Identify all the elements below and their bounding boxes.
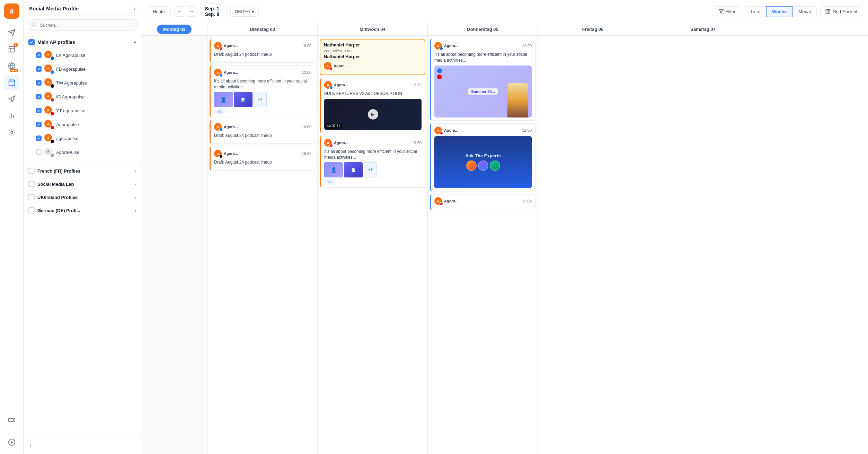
profile-avatar-ap2: A xyxy=(44,148,53,157)
profile-avatar-ig: a xyxy=(44,92,53,101)
card-profile-name: Agora... xyxy=(444,199,520,203)
view-switcher: Liste Woche Monat xyxy=(745,6,817,17)
today-button[interactable]: Heute xyxy=(147,6,171,17)
platform-badge-ap2 xyxy=(50,153,54,157)
profile-item-tiktok[interactable]: a agorapulse xyxy=(24,131,141,145)
send-icon-btn[interactable] xyxy=(4,25,19,40)
prev-week-button[interactable]: ← xyxy=(174,6,185,17)
sidebar-collapse-icon[interactable]: ‹ xyxy=(133,5,135,12)
video-icon-btn[interactable] xyxy=(4,412,19,428)
tuesday-card-3[interactable]: a Agora... 16:00 Draft: August 24 podcas… xyxy=(210,120,315,144)
day-header-friday: Freitag 06 xyxy=(578,23,608,35)
wednesday-card-assigned[interactable]: Nathaniel Harper zugewiesen an Nathaniel… xyxy=(320,39,425,75)
card-profile-name: Agora... xyxy=(334,141,410,145)
checkbox-ap1[interactable] xyxy=(36,122,42,127)
ask-experts-label: Ask The Experts xyxy=(466,153,501,158)
monday-column xyxy=(141,36,207,454)
chart-icon-btn[interactable] xyxy=(4,108,19,123)
app-logo[interactable]: a xyxy=(4,3,19,19)
profile-avatar-lk: a xyxy=(44,51,53,60)
inbox-icon-btn[interactable]: ● xyxy=(4,42,19,57)
platform-badge-li xyxy=(50,56,54,60)
view-monat-button[interactable]: Monat xyxy=(792,6,817,17)
profile-name-yt: YT agorapulse xyxy=(56,108,85,113)
checkbox-lk[interactable] xyxy=(36,52,42,58)
profile-group-social-media-lab[interactable]: Social Media Lab › xyxy=(24,177,141,191)
card-text: It's all about becoming more efficient i… xyxy=(214,78,311,90)
profile-item-ap2[interactable]: A AgoraPulse xyxy=(24,145,141,159)
card-platform-ig xyxy=(329,144,333,147)
tuesday-card-1[interactable]: a Agora... 10:00 Draft: August 24 podcas… xyxy=(210,39,315,63)
play-button[interactable]: ▶ xyxy=(368,109,378,120)
search-input[interactable] xyxy=(28,19,137,31)
globe-icon-btn[interactable]: NEW xyxy=(4,58,19,73)
wednesday-card-social[interactable]: a Agora... 13:50 It's all about becoming… xyxy=(320,136,425,188)
svg-rect-2 xyxy=(9,46,15,52)
calendar-icon-btn[interactable] xyxy=(4,75,19,90)
card-img-2: 📊 xyxy=(234,92,253,107)
assigned-to-name: Nathaniel Harper xyxy=(324,54,421,59)
thursday-card-3[interactable]: a Agora... 12:02 xyxy=(430,194,535,210)
tuesday-card-2[interactable]: a Agora... 12:00 It's all about becoming… xyxy=(210,66,315,117)
settings-icon-btn[interactable] xyxy=(4,125,19,140)
checkbox-ig[interactable] xyxy=(36,94,42,99)
view-woche-button[interactable]: Woche xyxy=(766,6,792,17)
grid-ansicht-button[interactable]: Grid-Ansicht xyxy=(820,6,862,17)
svg-point-16 xyxy=(32,23,35,26)
profile-item-tw[interactable]: a TW Agorapulse xyxy=(24,76,141,90)
checkbox-tw[interactable] xyxy=(36,80,42,86)
card-profile-name: Agora... xyxy=(224,70,300,75)
checkbox-yt[interactable] xyxy=(36,108,42,113)
tuesday-column: a Agora... 10:00 Draft: August 24 podcas… xyxy=(207,36,317,454)
profile-group-uk[interactable]: UK/Ireland Profiles › xyxy=(24,191,141,204)
profile-group-main-ap-header[interactable]: Main AP profiles ▾ xyxy=(24,36,141,48)
profile-group-german[interactable]: German (DE) Profi... › xyxy=(24,204,141,217)
checkbox-ap2[interactable] xyxy=(36,149,42,155)
checkbox-sml[interactable] xyxy=(28,181,35,187)
thursday-card-2[interactable]: a Agora... 12:00 Ask The Experts xyxy=(430,123,535,191)
card-time: 12:02 xyxy=(522,199,532,203)
day-header-saturday: Samstag 07 xyxy=(686,23,719,35)
assigned-user-name: Nathaniel Harper xyxy=(324,42,421,47)
col-header-thursday: Donnerstag 05 xyxy=(427,23,538,35)
card-profile-name: Agora... xyxy=(444,44,520,48)
profile-item-ig[interactable]: a IG Agorapulse xyxy=(24,90,141,104)
sidebar-search xyxy=(28,19,137,31)
profile-name-fb: FB Agorapulse xyxy=(56,67,86,72)
timezone-selector[interactable]: GMT+0 ▾ xyxy=(230,7,259,17)
calendar-header: Montag 02 Dienstag 03 Mittwoch 04 Donner… xyxy=(141,23,868,36)
view-liste-button[interactable]: Liste xyxy=(745,6,766,17)
checkbox-french[interactable] xyxy=(28,168,35,174)
checkbox-fb[interactable] xyxy=(36,66,42,72)
wednesday-card-bulk[interactable]: a Agora... 13:15 BULK FEATURES V2 Add DE… xyxy=(320,78,425,133)
group-name-french: French (FR) Profiles xyxy=(37,168,132,174)
tuesday-card-4[interactable]: a Agora... 16:00 Draft: August 24 podcas… xyxy=(210,147,315,171)
profile-group-french[interactable]: French (FR) Profiles › xyxy=(24,164,141,177)
profile-item-yt[interactable]: a YT agorapulse xyxy=(24,104,141,117)
svg-rect-4 xyxy=(9,80,15,86)
next-week-button[interactable]: → xyxy=(186,6,197,17)
checkbox-uk[interactable] xyxy=(28,194,35,200)
card-text: Draft: August 24 podcast lineup xyxy=(214,159,311,165)
profile-name-ap2: AgoraPulse xyxy=(56,150,79,155)
card-header: a Agora... 12:00 xyxy=(214,69,311,76)
thursday-card-1[interactable]: a Agora... 12:00 It's all about becoming… xyxy=(430,39,535,121)
add-icon-btn[interactable] xyxy=(4,435,19,450)
sidebar-title: Social-Media-Profile xyxy=(29,6,79,11)
profile-item-fb[interactable]: a FB Agorapulse xyxy=(24,62,141,76)
checkbox-german[interactable] xyxy=(28,207,35,213)
profile-item-lk[interactable]: a LK Agorapulse xyxy=(24,48,141,62)
group-chevron-main-ap: ▾ xyxy=(134,40,136,45)
card-avatar-wrap: a xyxy=(214,42,222,50)
group-checkbox-main-ap[interactable] xyxy=(28,39,35,45)
card-avatar-wrap: a xyxy=(434,126,442,134)
sidebar-add-button[interactable]: + xyxy=(24,438,141,454)
profile-item-ap1[interactable]: a Agorapulse xyxy=(24,117,141,131)
megaphone-icon-btn[interactable] xyxy=(4,91,19,107)
card-img-1: 👤 xyxy=(324,162,343,177)
profile-name-ig: IG Agorapulse xyxy=(56,94,85,99)
filter-button[interactable]: Filter xyxy=(713,6,742,17)
card-header: a Agora... 16:00 xyxy=(214,150,311,157)
card-time: 16:00 xyxy=(302,125,311,129)
checkbox-tiktok[interactable] xyxy=(36,136,42,141)
